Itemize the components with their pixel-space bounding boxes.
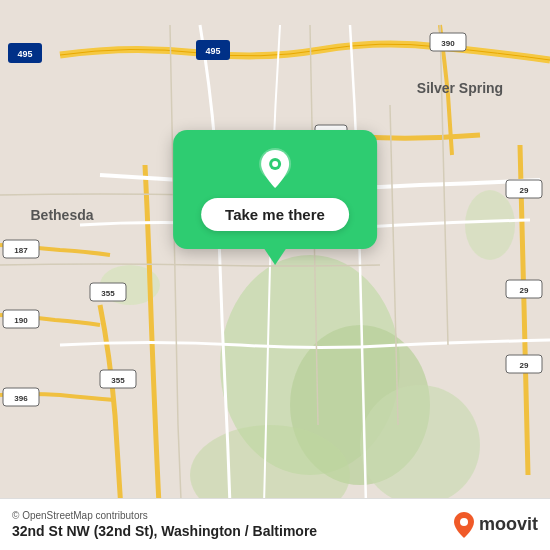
svg-point-36 <box>460 518 468 526</box>
svg-text:495: 495 <box>17 49 32 59</box>
moovit-text: moovit <box>479 514 538 535</box>
take-me-there-button[interactable]: Take me there <box>201 198 349 231</box>
svg-text:390: 390 <box>441 39 455 48</box>
map-container: 495 495 410 355 355 390 29 29 29 187 190… <box>0 0 550 550</box>
svg-text:29: 29 <box>520 361 529 370</box>
svg-text:396: 396 <box>14 394 28 403</box>
svg-point-3 <box>360 385 480 505</box>
location-pin-icon <box>253 146 297 190</box>
svg-point-35 <box>272 161 278 167</box>
bottom-bar: © OpenStreetMap contributors 32nd St NW … <box>0 498 550 550</box>
svg-text:29: 29 <box>520 186 529 195</box>
moovit-brand-icon <box>453 511 475 539</box>
svg-text:Bethesda: Bethesda <box>30 207 93 223</box>
svg-text:355: 355 <box>101 289 115 298</box>
svg-text:187: 187 <box>14 246 28 255</box>
moovit-logo: moovit <box>453 511 538 539</box>
map-background: 495 495 410 355 355 390 29 29 29 187 190… <box>0 0 550 550</box>
location-info: © OpenStreetMap contributors 32nd St NW … <box>12 510 317 539</box>
svg-text:29: 29 <box>520 286 529 295</box>
svg-point-6 <box>465 190 515 260</box>
osm-attribution: © OpenStreetMap contributors <box>12 510 317 521</box>
svg-text:495: 495 <box>205 46 220 56</box>
svg-text:190: 190 <box>14 316 28 325</box>
location-name: 32nd St NW (32nd St), Washington / Balti… <box>12 523 317 539</box>
svg-text:Silver Spring: Silver Spring <box>417 80 503 96</box>
popup-card: Take me there <box>173 130 377 249</box>
svg-text:355: 355 <box>111 376 125 385</box>
